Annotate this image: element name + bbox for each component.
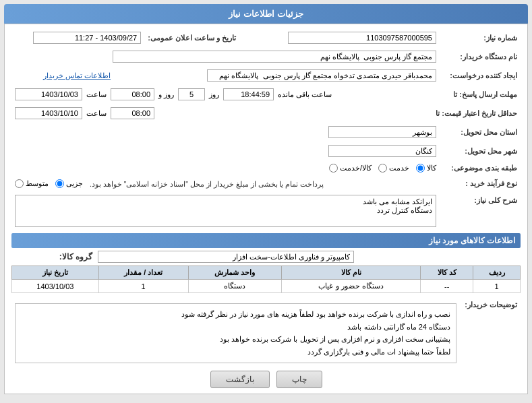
back-button[interactable]: بازگشت [210, 371, 270, 388]
need-description-line1: ایرانکد مشابه می باشد [19, 197, 432, 206]
creator-label: ایجاد کننده درخواست: [440, 67, 521, 84]
page-header: جزئیات اطلاعات نیاز [4, 4, 528, 24]
validity-time-input[interactable] [111, 107, 154, 119]
col-code: کد کالا [421, 266, 473, 280]
validity-row: ساعت [15, 107, 429, 119]
days-static: روز [209, 90, 219, 99]
need-number-input[interactable] [288, 32, 436, 44]
category-label: طبقه بندی موضوعی: [440, 162, 521, 175]
info-table-validity: حداقل تاریخ اعتبار قیمت: تا ساعت [11, 105, 521, 121]
date-time-input[interactable] [33, 32, 141, 44]
category-radio-kala[interactable] [416, 164, 425, 173]
page-title: جزئیات اطلاعات نیاز [229, 9, 303, 19]
print-button[interactable]: چاپ [276, 371, 322, 388]
group-input[interactable] [98, 251, 354, 263]
group-row: گروه کالا: [11, 251, 521, 263]
date-time-label: تاریخ و ساعت اعلان عمومی: [144, 30, 239, 46]
table-row: 1 -- دستگاه حضور و غیاب دستگاه 1 1403/10… [12, 280, 521, 293]
col-qty: تعداد / مقدار [98, 266, 188, 280]
content-box: شماره نیاز: تاریخ و ساعت اعلان عمومی: نا… [4, 24, 528, 394]
notes-table: توضیحات خریدار: نصب و راه اندازی با شرکت… [11, 297, 521, 365]
reply-time-input[interactable] [111, 88, 154, 100]
group-label: گروه کالا: [11, 252, 92, 261]
reply-deadline-label: مهلت ارسال پاسخ: تا [440, 86, 521, 102]
col-date: تاریخ نیاز [12, 266, 99, 280]
city-input[interactable] [328, 145, 436, 157]
province-input[interactable] [328, 126, 436, 138]
process-radio-jozee[interactable] [55, 179, 64, 188]
info-table-deadline: مهلت ارسال پاسخ: تا ساعت روز و روز ساعت … [11, 86, 521, 102]
need-number-value [260, 30, 440, 46]
category-radio-kala-khedmat[interactable] [329, 164, 338, 173]
validity-date-input[interactable] [15, 107, 82, 119]
category-option-khedmat[interactable]: خدمت [378, 164, 409, 173]
process-radio-motevaset[interactable] [15, 179, 24, 188]
need-number-label: شماره نیاز: [440, 30, 521, 46]
notes-label: توضیحات خریدار: [460, 297, 521, 365]
notes-line: نصب و راه اندازی با شرکت برنده خواهد بود… [21, 308, 450, 321]
time-label-static: ساعت [86, 90, 107, 99]
info-table-description: شرح کلی نیاز: ایرانکد مشابه می باشد دستگ… [11, 193, 521, 229]
cell-unit: دستگاه [188, 280, 281, 293]
date-time-value [11, 30, 144, 46]
info-table-creator: ایجاد کننده درخواست: اطلاعات تماس خریدار [11, 67, 521, 84]
creator-input[interactable] [207, 69, 436, 82]
notes-line: دستگاه 24 ماه گارانتی داشته باشد [21, 321, 450, 334]
category-label-kala: کالا [427, 164, 436, 173]
process-option-motevaset[interactable]: متوسط [15, 179, 49, 188]
need-description-label: شرح کلی نیاز: [440, 193, 521, 229]
col-unit: واحد شمارش [188, 266, 281, 280]
notes-box: نصب و راه اندازی با شرکت برنده خواهد بود… [15, 303, 456, 363]
need-description-line2: دستگاه کنترل تردد [19, 206, 432, 215]
days-label: روز و [158, 90, 174, 99]
remaining-label: ساعت باقی مانده [278, 90, 332, 99]
validity-label: حداقل تاریخ اعتبار قیمت: تا [432, 105, 521, 121]
category-radio-khedmat[interactable] [378, 164, 387, 173]
cell-date: 1403/10/03 [12, 280, 99, 293]
process-label-motevaset: متوسط [26, 179, 49, 188]
province-label: استان محل تحویل: [440, 124, 521, 140]
products-table: ردیف کد کالا نام کالا واحد شمارش تعداد /… [11, 266, 521, 293]
info-table-province: استان محل تحویل: [11, 124, 521, 140]
process-note: پرداخت تمام یا بخشی از مبلغ خریدار از مح… [90, 180, 324, 188]
category-label-khedmat: خدمت [389, 164, 409, 173]
reply-days-input[interactable] [178, 88, 205, 100]
buyer-input[interactable] [113, 51, 436, 63]
category-label-kala-khedmat: کالا/خدمت [340, 164, 372, 173]
cell-name: دستگاه حضور و غیاب [281, 280, 421, 293]
buttons-row: بازگشت چاپ [11, 371, 521, 388]
category-option-kala-khedmat[interactable]: کالا/خدمت [329, 164, 372, 173]
process-option-jozee[interactable]: جزیی [55, 179, 83, 188]
reply-deadline-row: ساعت روز و روز ساعت باقی مانده [15, 88, 436, 100]
cell-row: 1 [473, 280, 521, 293]
buyer-label: نام دستگاه خریدار: [440, 49, 521, 65]
info-table-category: طبقه بندی موضوعی: کالا/خدمت خدمت [11, 162, 521, 175]
reply-remaining-input [223, 88, 274, 100]
products-section-title: اطلاعات کالاهای مورد نیاز [11, 233, 521, 248]
process-label: نوع فرآیند خرید : [440, 177, 521, 190]
process-label-jozee: جزیی [66, 179, 83, 188]
contact-link[interactable]: اطلاعات تماس خریدار [43, 71, 111, 80]
city-label: شهر محل تحویل: [440, 143, 521, 159]
main-container: جزئیات اطلاعات نیاز شماره نیاز: تاریخ و … [0, 0, 532, 398]
validity-time-label: ساعت [86, 109, 107, 118]
category-option-kala[interactable]: کالا [416, 164, 436, 173]
info-table-city: شهر محل تحویل: [11, 143, 521, 159]
process-row: متوسط جزیی پرداخت تمام یا بخشی از مبلغ خ… [15, 179, 436, 188]
info-table-process: نوع فرآیند خرید : متوسط جزیی [11, 177, 521, 190]
process-radio-group: متوسط جزیی [15, 179, 83, 188]
category-radio-group: کالا/خدمت خدمت کالا [329, 164, 436, 173]
notes-line: پشتیبانی سخت افزاری و نرم افزاری پس از ت… [21, 333, 450, 346]
info-table-top: شماره نیاز: تاریخ و ساعت اعلان عمومی: [11, 30, 521, 46]
notes-line: لطفاً حتما پیشنهاد ات مالی و فنی بارگزار… [21, 346, 450, 359]
reply-date-input[interactable] [15, 88, 82, 100]
col-row: ردیف [473, 266, 521, 280]
cell-code: -- [421, 280, 473, 293]
info-table-buyer: نام دستگاه خریدار: [11, 49, 521, 65]
cell-qty: 1 [98, 280, 188, 293]
col-name: نام کالا [281, 266, 421, 280]
need-description-box: ایرانکد مشابه می باشد دستگاه کنترل تردد [15, 195, 436, 227]
